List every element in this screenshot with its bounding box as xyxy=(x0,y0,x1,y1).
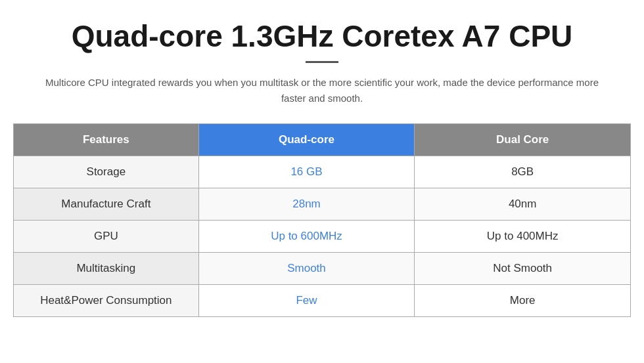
feature-label: Storage xyxy=(14,156,199,188)
page-title: Quad-core 1.3GHz Coretex A7 CPU xyxy=(72,20,573,53)
dual-value: More xyxy=(415,284,631,316)
quad-value: Up to 600MHz xyxy=(198,220,415,252)
feature-label: GPU xyxy=(14,220,199,252)
quad-value: 16 GB xyxy=(198,156,415,188)
table-row: GPUUp to 600MHzUp to 400MHz xyxy=(14,220,631,252)
dual-value: Not Smooth xyxy=(415,252,631,284)
quad-value: Few xyxy=(198,284,415,316)
table-row: Manufacture Craft28nm40nm xyxy=(14,188,631,220)
dual-value: 40nm xyxy=(415,188,631,220)
feature-label: Manufacture Craft xyxy=(14,188,199,220)
comparison-table: Features Quad-core Dual Core Storage16 G… xyxy=(13,123,631,317)
table-row: Heat&Power ConsumptionFewMore xyxy=(14,284,631,316)
table-row: MultitaskingSmoothNot Smooth xyxy=(14,252,631,284)
dual-value: 8GB xyxy=(415,156,631,188)
header-quad: Quad-core xyxy=(198,123,415,156)
table-row: Storage16 GB8GB xyxy=(14,156,631,188)
dual-value: Up to 400MHz xyxy=(415,220,631,252)
page-subtitle: Multicore CPU integrated rewards you whe… xyxy=(39,75,605,106)
title-divider xyxy=(306,61,338,63)
table-header-row: Features Quad-core Dual Core xyxy=(14,123,631,156)
header-features: Features xyxy=(14,123,199,156)
header-dual: Dual Core xyxy=(415,123,631,156)
feature-label: Multitasking xyxy=(14,252,199,284)
feature-label: Heat&Power Consumption xyxy=(14,284,199,316)
quad-value: Smooth xyxy=(198,252,415,284)
quad-value: 28nm xyxy=(198,188,415,220)
